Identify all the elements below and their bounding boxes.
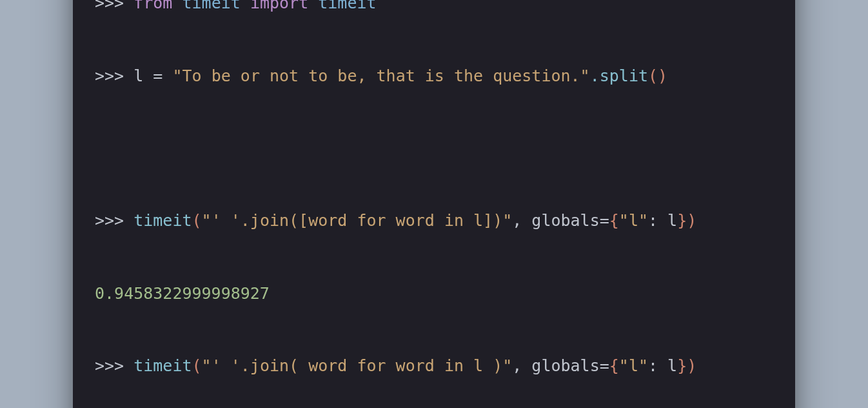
kwarg-name: globals bbox=[531, 211, 599, 230]
repl-prompt: >>> bbox=[95, 66, 124, 85]
terminal-window: >>> from timeit import timeit >>> l = "T… bbox=[73, 0, 795, 408]
open-paren: ( bbox=[192, 356, 202, 375]
parens: () bbox=[648, 66, 667, 85]
dict-key: "l" bbox=[619, 211, 648, 230]
code-line-1: >>> from timeit import timeit bbox=[95, 0, 773, 15]
imported-name: timeit bbox=[318, 0, 376, 12]
function-call: timeit bbox=[133, 211, 192, 230]
open-paren: ( bbox=[192, 211, 202, 230]
brace-close: } bbox=[677, 211, 687, 230]
kwarg-name: globals bbox=[531, 356, 599, 375]
string-arg: "' '.join( word for word in l )" bbox=[202, 356, 513, 375]
blank-line bbox=[95, 136, 773, 160]
brace-close: } bbox=[677, 356, 687, 375]
variable: l bbox=[133, 66, 143, 85]
keyword-import: import bbox=[250, 0, 308, 12]
repl-prompt: >>> bbox=[95, 211, 124, 230]
code-content: >>> from timeit import timeit >>> l = "T… bbox=[95, 0, 773, 408]
dict-val: l bbox=[667, 356, 677, 375]
code-line-3: >>> timeit("' '.join([word for word in l… bbox=[95, 209, 773, 233]
colon: : bbox=[648, 356, 667, 375]
code-line-4: >>> timeit("' '.join( word for word in l… bbox=[95, 354, 773, 378]
keyword-from: from bbox=[133, 0, 172, 12]
string-literal: "To be or not to be, that is the questio… bbox=[172, 66, 589, 85]
close-paren: ) bbox=[687, 356, 696, 375]
repl-prompt: >>> bbox=[95, 0, 124, 12]
repl-prompt: >>> bbox=[95, 356, 124, 375]
comma: , bbox=[512, 211, 531, 230]
equals: = bbox=[600, 211, 609, 230]
comma: , bbox=[512, 356, 531, 375]
colon: : bbox=[648, 211, 667, 230]
module-name: timeit bbox=[182, 0, 241, 12]
dict-val: l bbox=[667, 211, 677, 230]
equals: = bbox=[600, 356, 609, 375]
string-arg: "' '.join([word for word in l])" bbox=[202, 211, 513, 230]
assign-op: = bbox=[153, 66, 163, 85]
function-call: timeit bbox=[133, 356, 192, 375]
dict-key: "l" bbox=[619, 356, 648, 375]
close-paren: ) bbox=[687, 211, 696, 230]
brace-open: { bbox=[609, 211, 619, 230]
code-line-2: >>> l = "To be or not to be, that is the… bbox=[95, 64, 773, 88]
brace-open: { bbox=[609, 356, 619, 375]
method-call: .split bbox=[590, 66, 648, 85]
output-line-1: 0.9458322999998927 bbox=[95, 281, 773, 306]
result-number: 0.9458322999998927 bbox=[95, 284, 270, 303]
